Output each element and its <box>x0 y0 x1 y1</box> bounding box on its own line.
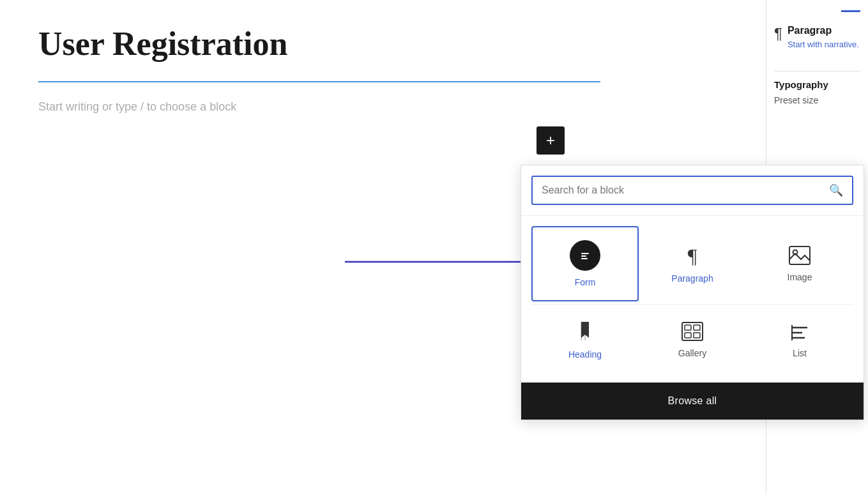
form-label: Form <box>575 277 596 287</box>
svg-text:¶: ¶ <box>688 245 697 267</box>
blocks-grid: Form ¶ Paragraph Image <box>521 216 864 383</box>
block-item-paragraph[interactable]: ¶ Paragraph <box>639 226 746 301</box>
search-icon: 🔍 <box>829 183 843 197</box>
block-item-form[interactable]: Form <box>531 226 639 301</box>
search-area: 🔍 <box>521 165 864 216</box>
svg-rect-5 <box>581 258 588 259</box>
block-item-gallery[interactable]: Gallery <box>639 307 746 372</box>
form-icon <box>570 240 600 271</box>
svg-rect-4 <box>581 255 586 257</box>
panel-section-title: Typography <box>774 79 860 90</box>
image-label: Image <box>788 272 812 282</box>
panel-accent-line <box>841 10 860 12</box>
svg-rect-3 <box>581 253 589 254</box>
list-icon <box>788 321 811 342</box>
divider-line <box>38 81 600 82</box>
block-item-list[interactable]: List <box>746 307 853 372</box>
browse-all-button[interactable]: Browse all <box>521 383 864 420</box>
svg-rect-13 <box>694 333 700 338</box>
plus-icon: + <box>546 132 555 149</box>
svg-rect-12 <box>685 333 691 338</box>
panel-block-name: Paragrap <box>788 25 859 36</box>
row-divider <box>531 304 853 305</box>
panel-preset-label: Preset size <box>774 95 860 105</box>
block-item-image[interactable]: Image <box>746 226 853 301</box>
paragraph-label: Paragraph <box>671 273 713 284</box>
browse-all-label: Browse all <box>668 395 717 406</box>
heading-icon <box>575 320 595 343</box>
panel-divider <box>774 71 860 72</box>
panel-paragraph-icon: ¶ <box>774 25 782 43</box>
search-input-wrapper[interactable]: 🔍 <box>531 176 853 205</box>
placeholder-text: Start writing or type / to choose a bloc… <box>38 100 728 114</box>
svg-rect-10 <box>685 325 691 330</box>
block-item-heading[interactable]: Heading <box>531 307 639 372</box>
gallery-icon <box>681 321 704 342</box>
add-block-button[interactable]: + <box>537 126 565 155</box>
page-title: User Registration <box>38 26 728 62</box>
search-input[interactable] <box>542 185 829 196</box>
paragraph-icon: ¶ <box>681 244 704 267</box>
block-inserter-popup: 🔍 Form ¶ <box>521 165 864 420</box>
list-label: List <box>793 348 807 358</box>
gallery-label: Gallery <box>678 348 706 358</box>
image-icon <box>788 245 811 266</box>
heading-label: Heading <box>568 349 602 360</box>
svg-rect-11 <box>694 325 700 330</box>
panel-block-desc: Start with narrative. <box>788 39 859 50</box>
